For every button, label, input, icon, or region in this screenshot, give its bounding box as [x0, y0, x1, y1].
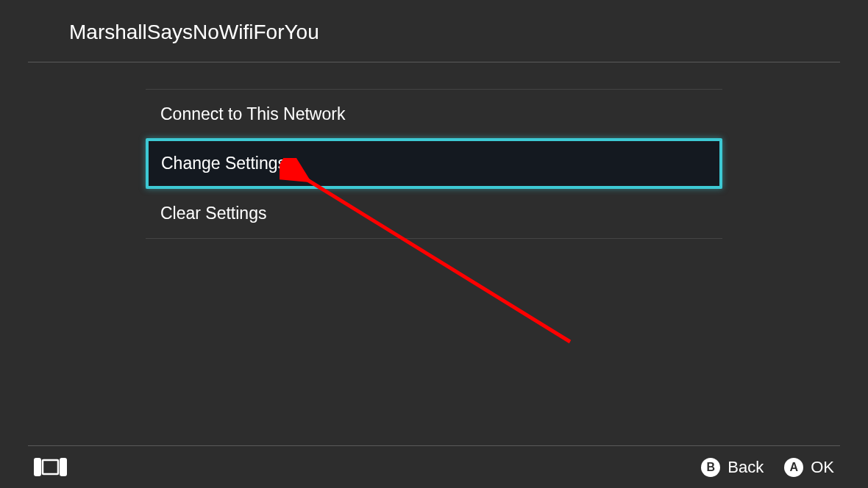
footer: B Back A OK: [28, 445, 840, 488]
ok-button[interactable]: A OK: [784, 458, 834, 477]
menu-item-change-settings[interactable]: Change Settings: [146, 138, 722, 189]
svg-rect-3: [43, 460, 58, 474]
menu-item-clear-settings[interactable]: Clear Settings: [146, 188, 722, 239]
svg-rect-4: [60, 458, 67, 476]
footer-buttons: B Back A OK: [701, 458, 834, 477]
header: MarshallSaysNoWifiForYou: [28, 0, 840, 62]
menu-list: Connect to This Network Change Settings …: [0, 89, 868, 239]
back-button[interactable]: B Back: [701, 458, 764, 477]
svg-rect-2: [34, 458, 41, 476]
menu-item-label: Connect to This Network: [160, 104, 345, 123]
b-button-icon: B: [701, 458, 720, 477]
controller-icon: [34, 458, 67, 476]
menu-item-label: Change Settings: [161, 154, 286, 173]
back-label: Back: [728, 458, 764, 477]
page-title: MarshallSaysNoWifiForYou: [69, 21, 840, 44]
ok-label: OK: [811, 458, 834, 477]
menu-item-label: Clear Settings: [160, 204, 266, 223]
a-button-icon: A: [784, 458, 803, 477]
menu-item-connect[interactable]: Connect to This Network: [146, 89, 722, 139]
